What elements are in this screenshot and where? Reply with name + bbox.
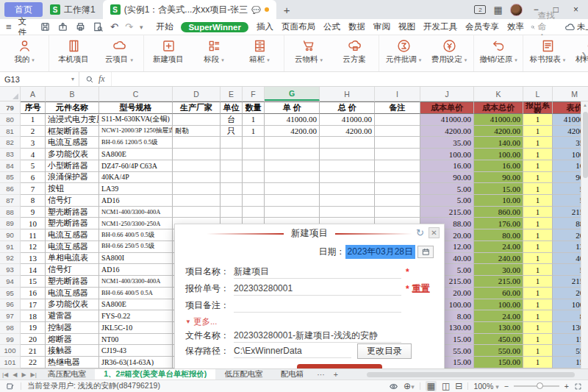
formula-input[interactable] [112,72,588,86]
cell[interactable]: 单相电流表 [46,253,99,265]
cell[interactable]: 8 [21,195,46,207]
cell[interactable] [375,114,420,126]
cell[interactable]: 130.00 [474,322,523,334]
workbook-tab[interactable]: S 工作簿1 [43,0,103,19]
change-directory-button[interactable]: 更改目录 [357,343,412,359]
cell[interactable]: 35.00 [420,137,474,149]
hscroll-thumb[interactable] [367,372,575,377]
cell[interactable]: 4 [21,149,46,160]
row-header-96[interactable]: 96 [0,299,21,311]
row-header-90[interactable]: 90 [0,229,21,241]
cell[interactable]: 1 [523,207,553,218]
cloud-status[interactable]: 未上云 [564,21,588,32]
menu-item-2[interactable]: 插入 [257,21,273,32]
redo-icon[interactable]: ↷ [125,21,133,32]
cell[interactable]: 12 [21,241,46,253]
cell[interactable]: 16.00 [420,160,474,172]
add-sheet-button[interactable]: + [329,370,343,379]
cell[interactable]: 550.00 [474,345,523,357]
cell[interactable]: 1 [523,126,553,138]
project-remark-input[interactable] [234,299,401,313]
row-header-93[interactable]: 93 [0,264,21,276]
more-expander[interactable]: ▼ 更多... [185,316,434,327]
cell[interactable]: 24.00 [474,241,523,253]
apps-grid-icon[interactable]: ▦ [493,4,502,15]
vscroll-thumb[interactable] [583,112,588,178]
cell[interactable]: 1 [523,288,553,299]
menu-item-7[interactable]: 视图 [398,21,415,32]
cell[interactable]: 熔断器 [46,334,99,346]
sheet-tab-2[interactable]: 低压配电室 [215,369,272,379]
cell[interactable]: 40KA/4P [99,172,173,184]
cell[interactable]: 电流互感器 [46,288,99,299]
row-header-89[interactable]: 89 [0,218,21,229]
zoom-slider[interactable] [514,385,559,387]
cell[interactable]: CJ19-43 [99,345,173,357]
cell[interactable]: 多功能仪表 [46,299,99,311]
cell[interactable] [220,207,243,218]
cell[interactable] [243,195,265,207]
column-header-I[interactable]: I [375,87,420,101]
cell[interactable]: BH-0.66 1200/5 0.5级 [99,137,173,149]
ribbon-button-费用设定[interactable]: 费用设定 ▾ [426,38,472,65]
cell[interactable]: 1 [21,114,46,126]
cell[interactable]: AD16 [99,264,173,276]
cell[interactable]: 24.00 [474,310,523,322]
row-header-99[interactable]: 99 [0,334,21,346]
cell[interactable]: 信号灯 [46,264,99,276]
cell[interactable]: 4200.00 [320,126,375,138]
cell[interactable]: NT00 [99,334,173,346]
cell[interactable] [265,172,320,184]
column-header-A[interactable]: A [21,87,46,101]
sheet-tab-0[interactable]: 高压配电室 [39,369,96,379]
first-sheet-icon[interactable]: |◀ [0,371,10,378]
cell[interactable]: 浪涌保护器 [46,172,99,184]
cell[interactable]: 4200.00 [420,126,474,138]
hamburger-icon[interactable]: ≡ [6,21,12,32]
column-header-K[interactable]: K [474,87,523,101]
row-header-85[interactable]: 85 [0,172,21,184]
print-icon[interactable] [75,21,86,32]
cell[interactable]: 控制器 [46,322,99,334]
cell[interactable]: 20 [21,334,46,346]
cell[interactable]: BH-0.66 400/5 0.5A [99,288,173,299]
cell[interactable] [220,172,243,184]
cell[interactable]: 15.00 [474,183,523,195]
zoom-slider-knob[interactable] [537,382,543,389]
cell[interactable]: 41000.00 [265,114,320,126]
row-header-84[interactable]: 84 [0,160,21,172]
cell[interactable]: 6 [21,172,46,184]
cell[interactable]: 1 [523,241,553,253]
cell[interactable]: JR36-63(14-63A) [99,357,173,368]
row-header-92[interactable]: 92 [0,253,21,265]
cell[interactable]: 1 [523,137,553,149]
cell[interactable] [375,172,420,184]
cell[interactable]: JKL5C-10 [99,322,173,334]
cell[interactable]: 10.00 [474,195,523,207]
cell[interactable]: 240.00 [474,253,523,265]
cell[interactable] [265,137,320,149]
zoom-in-button[interactable]: + [564,382,569,391]
undo-icon[interactable]: ↶ [110,21,118,32]
date-field[interactable]: 2023年03月28日 [345,245,415,259]
menu-item-3[interactable]: 页面布局 [282,21,315,32]
cell[interactable] [220,195,243,207]
ribbon-button-云方案[interactable]: 云方案 [331,38,377,65]
cell[interactable] [320,195,375,207]
new-tab-button[interactable]: + [276,4,298,16]
cell[interactable]: 1 [243,126,265,138]
cell[interactable] [243,137,265,149]
header-cell[interactable]: 总 价 [320,101,375,114]
cell[interactable]: 215.00 [420,207,474,218]
file-name-input[interactable]: 202303280001-新建项目-浅浅的安静 [234,329,401,343]
cell[interactable]: 41000.00 [420,114,474,126]
cell[interactable]: 塑壳断路器 [46,218,99,229]
cell[interactable]: 1 [523,299,553,311]
cell[interactable]: 4200.00 [265,126,320,138]
cell[interactable]: 41000.00 [320,114,375,126]
cell[interactable]: 14 [21,264,46,276]
eye-protection-icon[interactable] [389,382,398,391]
cell[interactable]: 信号灯 [46,195,99,207]
zoom-level[interactable]: 100% ▾ [473,382,498,391]
last-sheet-icon[interactable]: ▶| [29,371,39,378]
